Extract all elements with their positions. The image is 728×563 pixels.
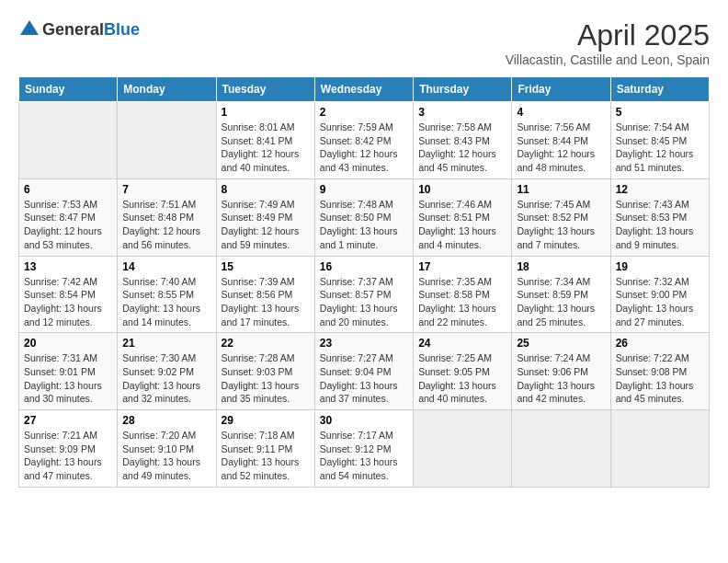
day-number: 21 [122,337,210,350]
day-info: Sunrise: 7:42 AMSunset: 8:54 PMDaylight:… [24,276,102,327]
day-number: 1 [222,106,310,119]
calendar-cell: 7Sunrise: 7:51 AMSunset: 8:48 PMDaylight… [118,178,216,256]
week-row-4: 20Sunrise: 7:31 AMSunset: 9:01 PMDayligh… [19,333,710,410]
logo: GeneralBlue [18,18,140,40]
day-info: Sunrise: 7:54 AMSunset: 8:45 PMDaylight:… [616,121,694,173]
day-info: Sunrise: 7:43 AMSunset: 8:53 PMDaylight:… [616,199,694,250]
day-header-friday: Friday [512,77,610,102]
logo-icon [18,18,40,40]
week-row-3: 13Sunrise: 7:42 AMSunset: 8:54 PMDayligh… [19,256,710,333]
day-info: Sunrise: 7:59 AMSunset: 8:42 PMDaylight:… [320,121,398,173]
day-number: 18 [517,260,605,273]
day-info: Sunrise: 8:01 AMSunset: 8:41 PMDaylight:… [222,121,300,173]
week-row-5: 27Sunrise: 7:21 AMSunset: 9:09 PMDayligh… [19,410,710,488]
calendar-cell: 22Sunrise: 7:28 AMSunset: 9:03 PMDayligh… [216,333,314,410]
day-info: Sunrise: 7:28 AMSunset: 9:03 PMDaylight:… [222,352,300,404]
week-row-1: 1Sunrise: 8:01 AMSunset: 8:41 PMDaylight… [19,102,710,179]
calendar-cell: 17Sunrise: 7:35 AMSunset: 8:58 PMDayligh… [414,256,512,333]
day-info: Sunrise: 7:21 AMSunset: 9:09 PMDaylight:… [24,430,102,481]
day-number: 27 [24,414,112,427]
day-number: 15 [222,260,310,273]
day-header-sunday: Sunday [19,77,118,102]
day-info: Sunrise: 7:17 AMSunset: 9:12 PMDaylight:… [320,430,398,481]
day-info: Sunrise: 7:51 AMSunset: 8:48 PMDaylight:… [122,199,200,250]
calendar-cell: 16Sunrise: 7:37 AMSunset: 8:57 PMDayligh… [314,256,413,333]
day-number: 24 [418,337,506,350]
calendar-cell: 19Sunrise: 7:32 AMSunset: 9:00 PMDayligh… [610,256,709,333]
day-info: Sunrise: 7:24 AMSunset: 9:06 PMDaylight:… [517,352,595,404]
calendar-cell: 25Sunrise: 7:24 AMSunset: 9:06 PMDayligh… [512,333,610,410]
calendar-cell: 14Sunrise: 7:40 AMSunset: 8:55 PMDayligh… [118,256,216,333]
day-info: Sunrise: 7:18 AMSunset: 9:11 PMDaylight:… [222,430,300,481]
day-number: 10 [418,183,506,196]
calendar-cell: 24Sunrise: 7:25 AMSunset: 9:05 PMDayligh… [414,333,512,410]
day-number: 25 [517,337,605,350]
day-number: 4 [517,106,605,119]
day-number: 12 [616,183,704,196]
logo-text-general: General [42,20,104,39]
calendar-cell: 8Sunrise: 7:49 AMSunset: 8:49 PMDaylight… [216,178,314,256]
header-row: SundayMondayTuesdayWednesdayThursdayFrid… [19,77,710,102]
day-info: Sunrise: 7:34 AMSunset: 8:59 PMDaylight:… [517,276,595,327]
day-number: 23 [320,337,408,350]
calendar-cell: 30Sunrise: 7:17 AMSunset: 9:12 PMDayligh… [314,410,413,488]
page-header: GeneralBlue April 2025 Villacastin, Cast… [18,18,710,67]
day-number: 22 [222,337,310,350]
day-number: 13 [24,260,112,273]
calendar-cell: 13Sunrise: 7:42 AMSunset: 8:54 PMDayligh… [19,256,118,333]
week-row-2: 6Sunrise: 7:53 AMSunset: 8:47 PMDaylight… [19,178,710,256]
main-title: April 2025 [506,18,710,52]
day-header-thursday: Thursday [414,77,512,102]
calendar-cell: 5Sunrise: 7:54 AMSunset: 8:45 PMDaylight… [610,102,709,179]
calendar-cell: 20Sunrise: 7:31 AMSunset: 9:01 PMDayligh… [19,333,118,410]
day-info: Sunrise: 7:49 AMSunset: 8:49 PMDaylight:… [222,199,300,250]
calendar-cell: 27Sunrise: 7:21 AMSunset: 9:09 PMDayligh… [19,410,118,488]
calendar-table: SundayMondayTuesdayWednesdayThursdayFrid… [18,76,710,488]
day-header-saturday: Saturday [610,77,709,102]
day-info: Sunrise: 7:45 AMSunset: 8:52 PMDaylight:… [517,199,595,250]
day-info: Sunrise: 7:27 AMSunset: 9:04 PMDaylight:… [320,352,398,404]
subtitle: Villacastin, Castille and Leon, Spain [506,52,710,67]
day-info: Sunrise: 7:22 AMSunset: 9:08 PMDaylight:… [616,352,694,404]
calendar-cell: 12Sunrise: 7:43 AMSunset: 8:53 PMDayligh… [610,178,709,256]
calendar-cell: 4Sunrise: 7:56 AMSunset: 8:44 PMDaylight… [512,102,610,179]
day-number: 6 [24,183,112,196]
title-block: April 2025 Villacastin, Castille and Leo… [506,18,710,67]
calendar-cell: 18Sunrise: 7:34 AMSunset: 8:59 PMDayligh… [512,256,610,333]
calendar-cell: 11Sunrise: 7:45 AMSunset: 8:52 PMDayligh… [512,178,610,256]
svg-marker-0 [20,20,39,35]
day-info: Sunrise: 7:53 AMSunset: 8:47 PMDaylight:… [24,199,102,250]
day-number: 8 [222,183,310,196]
day-info: Sunrise: 7:25 AMSunset: 9:05 PMDaylight:… [418,352,496,404]
calendar-cell: 2Sunrise: 7:59 AMSunset: 8:42 PMDaylight… [314,102,413,179]
day-number: 28 [122,414,210,427]
day-info: Sunrise: 7:32 AMSunset: 9:00 PMDaylight:… [616,276,694,327]
day-header-tuesday: Tuesday [216,77,314,102]
calendar-cell: 6Sunrise: 7:53 AMSunset: 8:47 PMDaylight… [19,178,118,256]
day-number: 11 [517,183,605,196]
calendar-cell [118,102,216,179]
day-number: 26 [616,337,704,350]
day-number: 19 [616,260,704,273]
day-info: Sunrise: 7:35 AMSunset: 8:58 PMDaylight:… [418,276,496,327]
day-info: Sunrise: 7:30 AMSunset: 9:02 PMDaylight:… [122,352,200,404]
calendar-cell [19,102,118,179]
day-number: 30 [320,414,408,427]
day-info: Sunrise: 7:56 AMSunset: 8:44 PMDaylight:… [517,121,595,173]
day-number: 3 [418,106,506,119]
day-number: 2 [320,106,408,119]
day-info: Sunrise: 7:20 AMSunset: 9:10 PMDaylight:… [122,430,200,481]
calendar-cell: 26Sunrise: 7:22 AMSunset: 9:08 PMDayligh… [610,333,709,410]
calendar-cell: 3Sunrise: 7:58 AMSunset: 8:43 PMDaylight… [414,102,512,179]
calendar-cell: 9Sunrise: 7:48 AMSunset: 8:50 PMDaylight… [314,178,413,256]
day-info: Sunrise: 7:37 AMSunset: 8:57 PMDaylight:… [320,276,398,327]
calendar-cell: 15Sunrise: 7:39 AMSunset: 8:56 PMDayligh… [216,256,314,333]
day-info: Sunrise: 7:58 AMSunset: 8:43 PMDaylight:… [418,121,496,173]
calendar-cell [414,410,512,488]
calendar-cell: 21Sunrise: 7:30 AMSunset: 9:02 PMDayligh… [118,333,216,410]
day-info: Sunrise: 7:31 AMSunset: 9:01 PMDaylight:… [24,352,102,404]
day-header-wednesday: Wednesday [314,77,413,102]
day-number: 7 [122,183,210,196]
calendar-cell: 10Sunrise: 7:46 AMSunset: 8:51 PMDayligh… [414,178,512,256]
day-info: Sunrise: 7:46 AMSunset: 8:51 PMDaylight:… [418,199,496,250]
